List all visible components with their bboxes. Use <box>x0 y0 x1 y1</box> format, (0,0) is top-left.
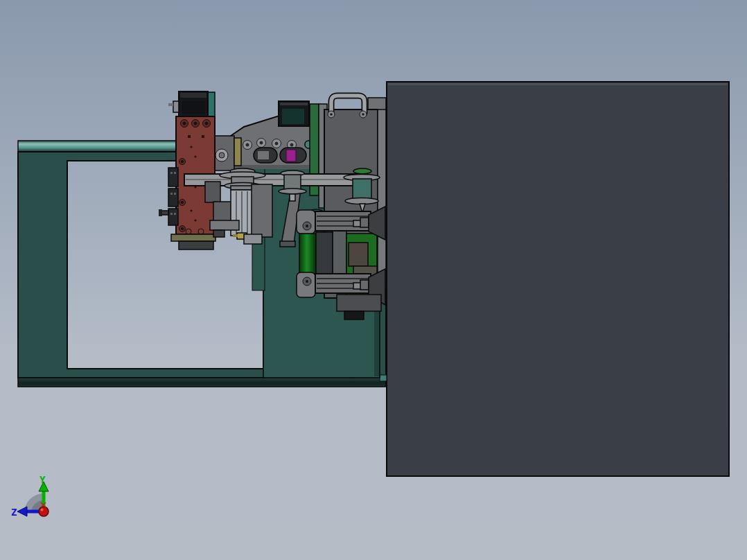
axis-y-label: Y <box>39 474 46 485</box>
olive-foot-bar <box>171 234 216 241</box>
motor-cap <box>280 103 308 105</box>
roller-dark <box>316 232 333 274</box>
panel-flange <box>378 110 386 288</box>
motor-face <box>282 109 304 124</box>
stepper-motor-right[interactable] <box>279 101 309 126</box>
workpiece-panel[interactable] <box>387 82 729 476</box>
origin-highlight <box>41 509 44 511</box>
slot-insert <box>258 151 269 159</box>
stepper-motor-left[interactable] <box>179 91 208 117</box>
pcb-block-upper <box>349 243 368 266</box>
sensor-pin <box>168 103 173 106</box>
dowel-cap <box>159 209 162 216</box>
magenta-coupler <box>286 150 296 161</box>
roller-green[interactable] <box>299 234 316 274</box>
frame-stub <box>380 375 387 381</box>
sensor-bracket <box>173 101 179 112</box>
brass-strip <box>234 138 241 166</box>
frame-bottom-tube <box>18 378 386 387</box>
mid-posts <box>333 231 346 274</box>
base-box <box>337 295 381 311</box>
cad-viewport: Y Z <box>0 0 747 560</box>
slide-cluster[interactable] <box>205 182 272 244</box>
dowel-pin <box>161 211 168 215</box>
panel-step <box>368 98 386 110</box>
base-connector <box>344 311 364 320</box>
axis-z-label: Z <box>11 507 17 518</box>
under-plate-block <box>179 241 213 250</box>
panel-top-highlight <box>388 83 728 85</box>
axis-x-origin <box>39 507 49 516</box>
pulley-green-cap <box>353 168 371 174</box>
